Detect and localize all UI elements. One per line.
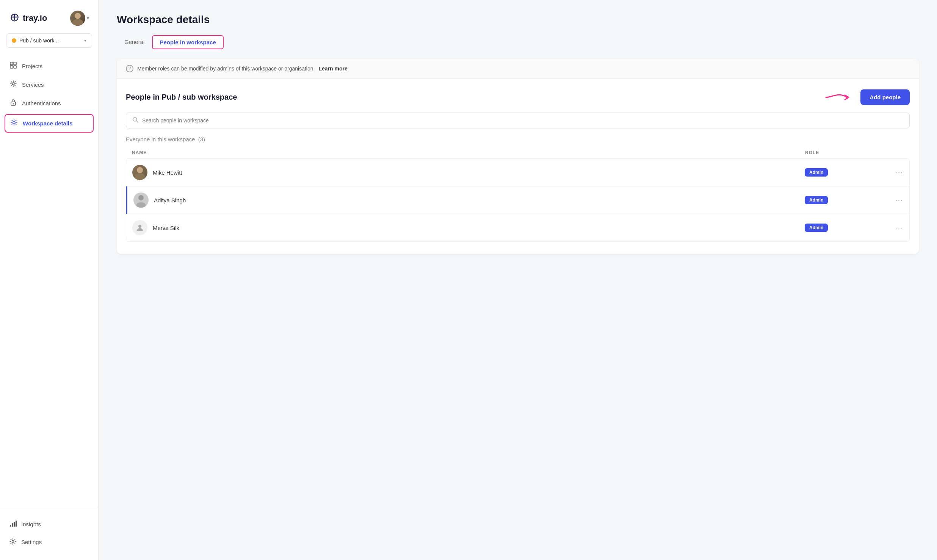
- info-banner: ? Member roles can be modified by admins…: [117, 59, 919, 79]
- logo: tray.io: [9, 12, 47, 25]
- more-options-mike[interactable]: ···: [881, 169, 903, 177]
- role-badge-merve: Admin: [805, 224, 828, 232]
- person-info-merve: Merve Silk: [132, 220, 805, 235]
- add-people-btn-container: Add people: [824, 89, 910, 105]
- sidebar-divider: [0, 509, 98, 509]
- search-input[interactable]: [142, 117, 903, 124]
- learn-more-link[interactable]: Learn more: [318, 66, 347, 72]
- info-text: Member roles can be modified by admins o…: [137, 66, 315, 72]
- avatar-aditya: [133, 192, 149, 208]
- everyone-section: Everyone in this workspace (3) NAME ROLE…: [117, 136, 919, 242]
- svg-point-13: [12, 541, 14, 543]
- svg-rect-10: [12, 523, 13, 527]
- svg-point-0: [14, 16, 15, 18]
- svg-rect-4: [14, 66, 16, 68]
- services-icon: [9, 80, 17, 89]
- role-badge-mike: Admin: [805, 168, 828, 177]
- sidebar-item-workspace-details[interactable]: Workspace details: [5, 114, 94, 133]
- search-input-wrapper: [126, 113, 910, 128]
- tabs-container: General People in workspace: [117, 35, 919, 50]
- avatar-chevron-icon: ▾: [87, 16, 89, 21]
- sidebar-header: tray.io ▾: [0, 0, 98, 33]
- content-card: ? Member roles can be modified by admins…: [117, 59, 919, 254]
- table-row: Merve Silk Admin ···: [126, 214, 909, 241]
- arrow-indicator: [824, 90, 854, 105]
- person-name-mike: Mike Hewitt: [153, 169, 182, 176]
- table-row: Aditya Singh Admin ···: [126, 186, 909, 214]
- search-icon: [132, 117, 138, 124]
- authentications-icon: [9, 99, 17, 108]
- people-list: Mike Hewitt Admin ··· Aditya Singh Admin: [126, 158, 910, 242]
- tab-people[interactable]: People in workspace: [152, 35, 223, 49]
- logo-text: tray.io: [23, 13, 47, 23]
- svg-rect-3: [10, 66, 13, 68]
- page-title: Workspace details: [117, 14, 919, 26]
- sidebar-item-services[interactable]: Services: [0, 75, 98, 94]
- svg-point-7: [13, 103, 14, 105]
- avatar-merve: [132, 220, 147, 235]
- svg-point-5: [12, 83, 14, 85]
- person-name-merve: Merve Silk: [153, 225, 179, 231]
- avatar-mike: [132, 165, 147, 180]
- more-options-merve[interactable]: ···: [881, 224, 903, 232]
- svg-rect-9: [10, 525, 11, 527]
- add-people-button[interactable]: Add people: [860, 89, 910, 105]
- svg-rect-11: [14, 522, 15, 527]
- person-role-aditya: Admin: [805, 196, 881, 204]
- person-info-aditya: Aditya Singh: [133, 192, 805, 208]
- person-role-mike: Admin: [805, 168, 881, 177]
- arrow-svg: [824, 90, 854, 105]
- table-header: NAME ROLE: [126, 147, 910, 158]
- sidebar-bottom: Insights Settings: [0, 512, 98, 560]
- person-info-mike: Mike Hewitt: [132, 165, 805, 180]
- workspace-name: Pub / sub work...: [19, 38, 81, 44]
- projects-icon: [9, 61, 17, 71]
- logo-icon: [9, 12, 20, 25]
- col-actions-header: [881, 150, 904, 155]
- tab-general-label: General: [124, 39, 144, 45]
- people-section-title: People in Pub / sub workspace: [126, 93, 237, 102]
- insights-icon: [9, 520, 17, 529]
- settings-label: Settings: [21, 539, 42, 545]
- everyone-title: Everyone in this workspace (3): [126, 136, 910, 142]
- tab-people-label: People in workspace: [160, 39, 216, 45]
- person-name-aditya: Aditya Singh: [154, 197, 186, 203]
- nav-items: Projects Services Authentications: [0, 54, 98, 506]
- projects-label: Projects: [22, 63, 42, 69]
- sidebar: tray.io ▾ Pub / sub work... ▾ Projects: [0, 0, 99, 560]
- user-avatar-container[interactable]: ▾: [70, 11, 89, 26]
- more-options-aditya[interactable]: ···: [881, 196, 903, 204]
- svg-point-8: [13, 121, 15, 124]
- services-label: Services: [22, 81, 44, 88]
- svg-point-15: [138, 225, 141, 228]
- tab-general[interactable]: General: [117, 35, 152, 50]
- table-row: Mike Hewitt Admin ···: [126, 159, 909, 186]
- sidebar-item-projects[interactable]: Projects: [0, 57, 98, 75]
- authentications-label: Authentications: [22, 100, 61, 106]
- svg-rect-1: [10, 62, 13, 65]
- col-name-header: NAME: [132, 150, 805, 155]
- sidebar-item-insights[interactable]: Insights: [0, 515, 98, 533]
- svg-rect-12: [16, 521, 17, 527]
- svg-rect-2: [14, 62, 16, 65]
- workspace-dot-icon: [12, 38, 16, 43]
- person-role-merve: Admin: [805, 224, 881, 232]
- settings-icon: [9, 538, 17, 546]
- workspace-details-icon: [10, 119, 18, 128]
- search-container: [117, 113, 919, 136]
- info-icon: ?: [126, 65, 133, 72]
- sidebar-item-authentications[interactable]: Authentications: [0, 94, 98, 113]
- avatar[interactable]: [70, 11, 85, 26]
- role-badge-aditya: Admin: [805, 196, 828, 204]
- col-role-header: ROLE: [805, 150, 881, 155]
- workspace-chevron-icon: ▾: [84, 38, 86, 43]
- insights-label: Insights: [21, 521, 41, 527]
- workspace-selector[interactable]: Pub / sub work... ▾: [6, 33, 92, 48]
- main-content: Workspace details General People in work…: [99, 0, 937, 560]
- sidebar-item-settings[interactable]: Settings: [0, 533, 98, 551]
- workspace-details-label: Workspace details: [23, 120, 72, 127]
- people-section-header: People in Pub / sub workspace Add people: [117, 79, 919, 113]
